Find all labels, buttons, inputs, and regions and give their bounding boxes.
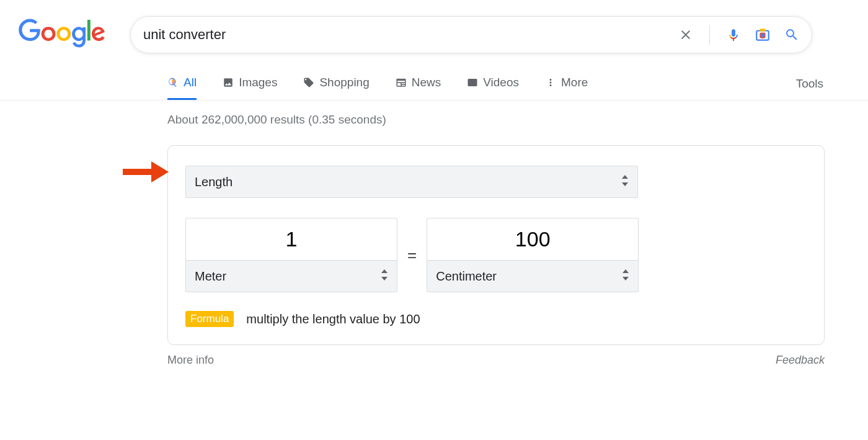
from-unit-select[interactable]: Meter: [185, 260, 397, 292]
tab-label: Images: [239, 76, 277, 89]
caret-icon: [622, 269, 629, 284]
search-actions: [678, 25, 799, 45]
category-label: Length: [195, 175, 232, 189]
tag-icon: [303, 77, 314, 88]
image-icon: [223, 77, 234, 88]
from-column: Meter: [185, 218, 397, 292]
to-unit-select[interactable]: Centimeter: [427, 260, 639, 292]
google-logo[interactable]: [19, 19, 105, 51]
video-icon: [467, 77, 478, 88]
more-info-link[interactable]: More info: [167, 354, 214, 367]
tab-news[interactable]: News: [396, 76, 441, 100]
to-value-input[interactable]: [427, 218, 639, 260]
search-icon[interactable]: [784, 27, 799, 42]
feedback-link[interactable]: Feedback: [776, 354, 825, 367]
tab-label: More: [561, 76, 588, 89]
from-unit-label: Meter: [195, 269, 226, 284]
more-vert-icon: [545, 77, 556, 88]
tab-label: Shopping: [319, 76, 369, 89]
tab-images[interactable]: Images: [223, 76, 277, 100]
formula-text: multiply the length value by 100: [246, 312, 420, 326]
svg-rect-1: [760, 29, 766, 31]
header: [0, 0, 868, 53]
tab-label: Videos: [483, 76, 519, 89]
search-input[interactable]: [143, 27, 678, 43]
tab-shopping[interactable]: Shopping: [303, 76, 369, 100]
conversion-row: Meter = Centimeter: [185, 218, 807, 292]
divider: [709, 25, 710, 45]
search-bar: [130, 16, 812, 53]
tab-label: News: [412, 76, 441, 89]
equals-sign: =: [407, 246, 417, 265]
converter-card: Length Meter =: [167, 145, 825, 345]
caret-icon: [621, 175, 629, 189]
to-column: Centimeter: [427, 218, 639, 292]
results-stats: About 262,000,000 results (0.35 seconds): [0, 101, 868, 127]
clear-icon[interactable]: [678, 27, 693, 42]
tab-all[interactable]: All: [167, 76, 197, 100]
tools-link[interactable]: Tools: [796, 77, 823, 99]
tab-videos[interactable]: Videos: [467, 76, 519, 100]
caret-icon: [381, 269, 388, 284]
tab-label: All: [184, 76, 197, 89]
to-unit-label: Centimeter: [436, 269, 497, 284]
svg-point-2: [760, 33, 765, 38]
annotation-arrow-icon: [123, 161, 169, 185]
formula-badge: Formula: [185, 311, 234, 327]
news-icon: [396, 77, 407, 88]
tab-more[interactable]: More: [545, 76, 588, 100]
formula-row: Formula multiply the length value by 100: [185, 311, 807, 327]
from-value-input[interactable]: [185, 218, 397, 260]
mic-icon[interactable]: [726, 27, 741, 42]
svg-marker-6: [151, 161, 169, 182]
category-select[interactable]: Length: [185, 166, 638, 198]
converter-section: Length Meter =: [0, 127, 868, 345]
svg-rect-5: [123, 169, 151, 175]
search-small-icon: [167, 77, 179, 88]
card-footer: More info Feedback: [167, 354, 825, 367]
tabs-row: All Images Shopping News Videos: [0, 53, 868, 101]
camera-icon[interactable]: [755, 27, 771, 43]
